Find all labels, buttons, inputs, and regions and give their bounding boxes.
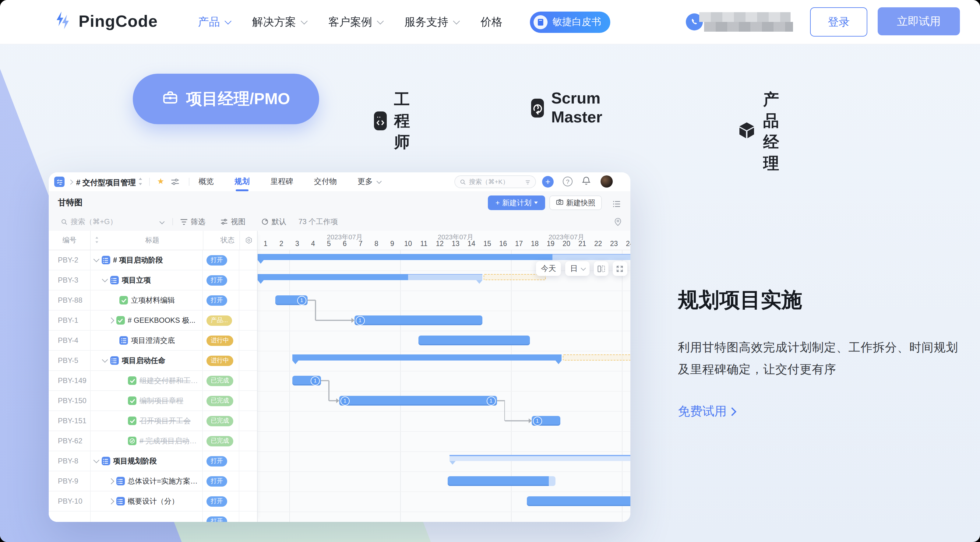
- status-badge[interactable]: 已完成: [207, 375, 233, 386]
- add-button[interactable]: +: [542, 176, 554, 188]
- nav-item-products[interactable]: 产品: [198, 14, 230, 29]
- gantt-summary-bar[interactable]: [258, 274, 408, 280]
- view-list-icon[interactable]: [613, 199, 620, 210]
- work-item-title-cell[interactable]: 召开项目开工会: [90, 411, 202, 431]
- gantt-summary-bar-planned[interactable]: [408, 274, 482, 280]
- chevron-right-icon[interactable]: [108, 478, 114, 484]
- gantt-bar[interactable]: [448, 476, 549, 486]
- nav-item-cases[interactable]: 客户案例: [328, 14, 382, 29]
- tab-more[interactable]: 更多: [358, 172, 380, 191]
- table-row[interactable]: PBY-62# 完成项目启动阶段...已完成: [49, 431, 257, 451]
- column-header-status[interactable]: 状态: [203, 231, 239, 250]
- bell-icon[interactable]: [582, 176, 591, 188]
- avatar[interactable]: [601, 175, 613, 188]
- dependency-count-badge[interactable]: 1: [340, 396, 350, 405]
- status-badge[interactable]: 打开: [207, 516, 227, 522]
- gantt-bar[interactable]: [527, 496, 630, 506]
- work-item-title-cell[interactable]: 总体设计=实施方案（...: [90, 471, 202, 491]
- table-row[interactable]: PBY-3项目立项打开: [49, 270, 257, 291]
- work-item-title-cell[interactable]: # 项目启动阶段: [90, 250, 202, 270]
- status-badge[interactable]: 打开: [207, 456, 227, 466]
- status-badge[interactable]: 进行中: [207, 355, 233, 366]
- work-item-title-cell[interactable]: 项目立项: [90, 270, 202, 290]
- nav-item-solutions[interactable]: 解决方案: [252, 14, 306, 29]
- gantt-search-input[interactable]: 搜索（⌘+G）: [61, 213, 117, 231]
- try-now-button[interactable]: 立即试用: [878, 7, 960, 35]
- search-filter-icon[interactable]: [525, 176, 530, 187]
- column-header-id[interactable]: 编号: [49, 236, 90, 245]
- table-row[interactable]: PBY-151召开项目开工会已完成: [49, 411, 257, 431]
- logo[interactable]: PingCode: [54, 10, 158, 32]
- work-item-title-cell[interactable]: 立项材料编辑: [90, 291, 202, 310]
- sort-updown-icon[interactable]: [138, 177, 143, 188]
- fullscreen-icon[interactable]: [612, 261, 627, 276]
- gantt-bar[interactable]: [354, 315, 482, 325]
- gantt-summary-bar-planned[interactable]: [449, 455, 630, 461]
- table-row[interactable]: PBY-5项目启动任命进行中: [49, 351, 257, 371]
- view-settings-button[interactable]: 视图: [221, 213, 245, 231]
- table-row[interactable]: PBY-9总体设计=实施方案（...打开: [49, 471, 257, 491]
- table-row[interactable]: PBY-88立项材料编辑打开: [49, 291, 257, 311]
- breadcrumb[interactable]: # 交付型项目管理: [76, 178, 136, 188]
- work-item-title-cell[interactable]: # GEEKBOOKS 极...: [90, 311, 202, 330]
- status-badge[interactable]: 产品...: [207, 315, 232, 326]
- persona-tab-product-manager[interactable]: 产品经理: [738, 89, 779, 174]
- table-settings-gear-icon[interactable]: [239, 231, 257, 250]
- status-badge[interactable]: 打开: [207, 275, 227, 285]
- tab-deliverables[interactable]: 交付物: [314, 172, 337, 191]
- work-item-title-cell[interactable]: 概要设计（分）: [90, 491, 202, 511]
- sort-updown-icon[interactable]: [94, 236, 99, 245]
- persona-tab-engineer[interactable]: 工程师: [374, 89, 416, 153]
- nav-item-support[interactable]: 服务支持: [404, 14, 458, 29]
- table-row[interactable]: PBY-10概要设计（分）打开: [49, 491, 257, 512]
- favorite-star-icon[interactable]: ★: [157, 176, 164, 186]
- tab-overview[interactable]: 概览: [199, 172, 214, 191]
- dependency-count-badge[interactable]: 1: [533, 416, 542, 425]
- persona-tab-scrum-master[interactable]: Scrum Master: [531, 89, 608, 127]
- gantt-summary-bar[interactable]: [258, 254, 552, 260]
- table-row[interactable]: PBY-2# 项目启动阶段打开: [49, 250, 257, 270]
- tab-planning[interactable]: 规划: [234, 172, 250, 191]
- tab-milestones[interactable]: 里程碑: [270, 172, 293, 191]
- chevron-down-icon[interactable]: [102, 357, 108, 362]
- chevron-right-icon[interactable]: [108, 499, 114, 504]
- chevron-down-icon[interactable]: [160, 213, 164, 231]
- today-button[interactable]: 今天: [536, 261, 561, 276]
- persona-tab-pm-pmo[interactable]: 项目经理/PMO: [133, 74, 319, 124]
- nav-item-pricing[interactable]: 价格: [480, 14, 503, 29]
- dependency-count-badge[interactable]: 1: [297, 296, 306, 305]
- app-search-input[interactable]: 搜索（⌘+K）: [454, 175, 536, 188]
- table-row[interactable]: PBY-4项目澄清交底进行中: [49, 331, 257, 351]
- chevron-down-icon[interactable]: [102, 277, 108, 282]
- status-badge[interactable]: 打开: [207, 255, 227, 265]
- work-item-title-cell[interactable]: 编制项目章程: [90, 391, 202, 410]
- status-badge[interactable]: 进行中: [207, 335, 233, 346]
- work-item-title-cell[interactable]: 项目澄清交底: [90, 331, 202, 350]
- dependency-count-badge[interactable]: 1: [486, 396, 495, 405]
- work-item-title-cell[interactable]: 项目规划阶段: [90, 451, 202, 471]
- whitepaper-badge[interactable]: 敏捷白皮书: [530, 11, 610, 33]
- table-row[interactable]: PBY-150编制项目章程已完成: [49, 391, 257, 411]
- table-row[interactable]: PBY-1# GEEKBOOKS 极...产品...: [49, 311, 257, 331]
- status-badge[interactable]: 已完成: [207, 436, 233, 446]
- tune-icon[interactable]: [170, 177, 180, 189]
- status-badge[interactable]: 打开: [207, 295, 227, 305]
- work-item-title-cell[interactable]: 项目启动任命: [90, 351, 202, 370]
- work-item-title-cell[interactable]: [90, 512, 202, 522]
- default-view-button[interactable]: 默认: [261, 213, 286, 231]
- chevron-right-icon[interactable]: [108, 318, 114, 323]
- dependency-count-badge[interactable]: 1: [311, 376, 320, 385]
- gantt-bar[interactable]: [418, 335, 530, 345]
- column-header-title[interactable]: 标题: [90, 231, 203, 250]
- new-plan-button[interactable]: +新建计划: [488, 196, 545, 210]
- status-badge[interactable]: 打开: [207, 496, 227, 506]
- free-trial-link[interactable]: 免费试用: [678, 403, 735, 420]
- table-row[interactable]: PBY-8项目规划阶段打开: [49, 451, 257, 471]
- split-view-icon[interactable]: [593, 261, 608, 276]
- work-item-title-cell[interactable]: 组建交付群和工作台: [90, 371, 202, 390]
- status-badge[interactable]: 已完成: [207, 396, 233, 406]
- status-badge[interactable]: 打开: [207, 476, 227, 486]
- table-row[interactable]: 打开: [49, 512, 257, 522]
- filter-button[interactable]: 筛选: [180, 213, 205, 231]
- status-badge[interactable]: 已完成: [207, 416, 233, 426]
